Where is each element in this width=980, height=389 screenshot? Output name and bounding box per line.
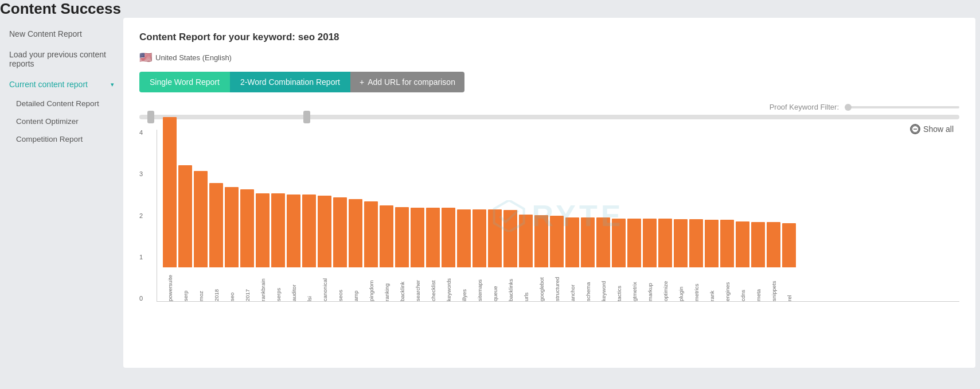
bar-label-lsi: lsi [306, 270, 313, 301]
bar-col-googlebot: googlebot [534, 215, 548, 301]
bar-2017 [240, 189, 254, 268]
range-slider-row [139, 115, 959, 119]
bar-col-optimize: optimize [658, 219, 672, 301]
bar-anchor [565, 217, 579, 268]
bar-col-anchor: anchor [565, 217, 579, 302]
bar-label-powersuite: powersuite [167, 270, 173, 301]
bar-sitemaps [473, 209, 486, 268]
sidebar-item-content-optimizer[interactable]: Content Optimizer [0, 112, 123, 130]
y-label-4: 4 [139, 130, 143, 136]
bar-label-ranking: ranking [384, 270, 390, 301]
bar-col-rankbrain: rankbrain [256, 193, 270, 302]
bar-col-cdns: cdns [736, 221, 749, 302]
y-axis: 4 3 2 1 0 [139, 130, 146, 302]
bar-col-moz: moz [194, 171, 208, 301]
bar-lsi [302, 194, 316, 267]
bar-label-optimize: optimize [662, 270, 669, 301]
bar-label-moz: moz [198, 270, 204, 301]
bar-col-structured: structured [550, 216, 564, 301]
range-handle-right[interactable] [303, 111, 310, 123]
two-word-report-button[interactable]: 2-Word Combination Report [230, 72, 350, 92]
bar-col-sitemaps: sitemaps [473, 209, 486, 302]
bar-label-serps: serps [275, 270, 282, 301]
bar-label-structured: structured [554, 270, 560, 301]
bars-row: powersuiteserpmoz2018seo2017rankbrainser… [157, 130, 959, 302]
bar-label-checklist: checklist [430, 270, 436, 301]
y-label-3: 3 [139, 171, 143, 177]
bar-gtmetrix [627, 219, 641, 267]
bar-label-serp: serp [182, 270, 189, 301]
single-word-report-button[interactable]: Single Word Report [139, 72, 230, 92]
bar-label-markup: markup [647, 270, 653, 301]
sidebar-item-new-report[interactable]: New Content Report [0, 24, 123, 44]
bar-meta [751, 222, 765, 267]
bar-col-metrics: metrics [689, 219, 703, 301]
bar-col-meta: meta [751, 222, 765, 301]
locale-row: 🇺🇸 United States (English) [139, 51, 959, 64]
bar-col-rel: rel [782, 223, 796, 301]
sidebar: New Content Report Load your previous co… [0, 18, 123, 372]
bar-urls [519, 215, 533, 267]
bar-col-searcher: searcher [411, 208, 424, 301]
bar-col-pingdom: pingdom [364, 201, 378, 302]
range-handle-left[interactable] [147, 111, 154, 123]
bar-schema [581, 217, 595, 268]
bar-label-canonical: canonical [322, 270, 328, 301]
plus-icon: + [360, 77, 364, 87]
report-title: Content Report for your keyword: seo 201… [139, 32, 959, 43]
bar-col-backlink: backlink [395, 207, 409, 301]
bar-serps [271, 193, 285, 268]
bar-col-keyword: keyword [596, 217, 610, 302]
bar-col-2018: 2018 [209, 183, 223, 301]
bar-col-engines: engines [720, 220, 734, 301]
sidebar-item-detailed-content[interactable]: Detailed Content Report [0, 95, 123, 112]
bar-label-rel: rel [786, 270, 792, 301]
bar-label-metrics: metrics [693, 270, 700, 301]
bar-cdns [736, 221, 749, 268]
filter-slider-thumb[interactable] [845, 104, 852, 111]
bar-label-illyes: illyes [461, 270, 467, 301]
bar-col-keywords: keywords [442, 208, 455, 301]
bar-col-plugin: plugin [674, 219, 688, 301]
bar-col-snippets: snippets [767, 222, 780, 301]
bar-tactics [612, 219, 626, 267]
sidebar-item-load-previous[interactable]: Load your previous content reports [0, 44, 123, 74]
proof-filter-label: Proof Keyword Filter: [770, 103, 839, 111]
bar-pingdom [364, 201, 378, 268]
bar-label-gtmetrix: gtmetrix [631, 270, 638, 301]
bar-label-auditor: auditor [291, 270, 297, 301]
bar-label-backlink: backlink [399, 270, 405, 301]
bar-markup [643, 219, 657, 267]
bar-label-keyword: keyword [600, 270, 607, 301]
bar-queue [488, 209, 502, 268]
y-label-1: 1 [139, 254, 143, 260]
bar-label-searcher: searcher [415, 270, 421, 301]
add-url-label: Add URL for comparison [368, 77, 455, 87]
main-content: Content Report for your keyword: seo 201… [123, 18, 975, 368]
chart-section: Show all 4 3 2 1 0 [139, 124, 959, 302]
bar-label-engines: engines [724, 270, 731, 301]
y-label-0: 0 [139, 295, 143, 302]
bar-searcher [411, 208, 424, 267]
bar-col-lsi: lsi [302, 194, 316, 301]
bar-backlink [395, 207, 409, 267]
bar-col-backlinks: backlinks [503, 210, 517, 301]
range-track[interactable] [139, 115, 959, 119]
bar-rankbrain [256, 193, 270, 268]
bar-label-sitemaps: sitemaps [477, 270, 483, 301]
bar-label-meta: meta [755, 270, 762, 301]
bar-col-2017: 2017 [240, 189, 254, 302]
bar-col-rank: rank [705, 220, 719, 301]
add-url-button[interactable]: + Add URL for comparison [350, 72, 464, 92]
page-title: Content Success [0, 0, 980, 18]
sidebar-item-competition-report[interactable]: Competition Report [0, 130, 123, 148]
bar-col-amp: amp [349, 199, 362, 301]
bar-backlinks [503, 210, 517, 267]
bar-snippets [767, 222, 780, 267]
page-header: Content Success [0, 0, 980, 18]
bar-label-2017: 2017 [244, 270, 251, 301]
proof-filter-slider[interactable] [845, 106, 959, 108]
bar-2018 [209, 183, 223, 267]
bar-rel [782, 223, 796, 267]
sidebar-item-current-report[interactable]: Current content report ▾ [0, 74, 123, 95]
